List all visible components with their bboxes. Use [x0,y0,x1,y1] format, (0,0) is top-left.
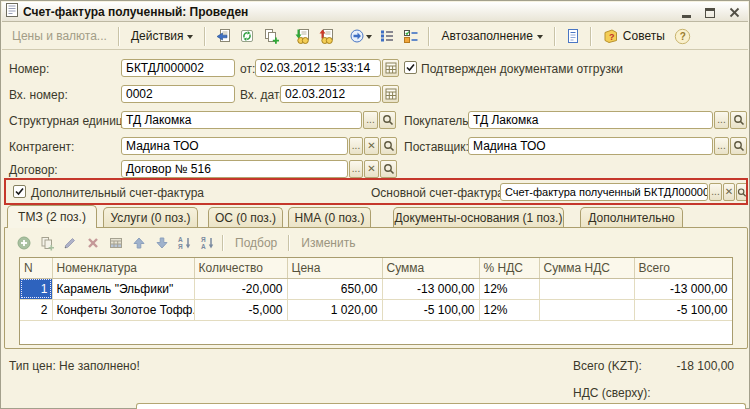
lookup-button[interactable] [380,137,397,155]
column-header-total[interactable]: Всего [634,258,732,278]
lookup-button[interactable] [379,111,396,129]
tips-button[interactable]: ? Советы [598,25,670,47]
tab-services[interactable]: Услуги (0 поз.) [103,207,198,228]
in-number-label: Вх. номер: [9,88,68,102]
cell-n[interactable]: 1 [20,278,52,299]
cell-price[interactable]: 1 020,00 [287,299,382,320]
add-row-button[interactable] [12,233,35,253]
maximize-button[interactable] [704,6,716,18]
document-structure-button[interactable] [376,25,398,47]
change-button[interactable]: Изменить [293,234,363,252]
cell-quantity[interactable]: -5,000 [194,299,287,320]
clear-button[interactable]: ✕ [364,137,379,155]
prices-currency-button[interactable]: Цены и валюта... [7,26,112,46]
unpost-document-button[interactable] [315,25,337,47]
table-row: 1 Карамель "Эльфики" -20,000 650,00 -13 … [20,278,732,299]
contractor-field[interactable]: Мадина ТОО [121,137,348,155]
column-header-quantity[interactable]: Количество [194,258,287,278]
lookup-button[interactable] [736,183,748,201]
structural-unit-field[interactable]: ТД Лакомка [121,111,362,129]
column-header-price[interactable]: Цена [287,258,382,278]
report-button[interactable] [562,25,584,47]
svg-text:?: ? [680,31,686,42]
actions-menu-button[interactable]: Действия [126,26,199,46]
structural-unit-label: Структурная единица: [9,114,133,128]
column-header-n[interactable]: N [20,258,52,278]
contract-field[interactable]: Договор № 516 [121,160,348,178]
column-header-vat-sum[interactable]: Сумма НДС [539,258,634,278]
additional-invoice-checkbox[interactable] [13,185,26,198]
date-field[interactable]: 02.03.2012 15:33:14 [255,59,381,77]
post-document-button[interactable] [291,25,313,47]
cell-vat-sum[interactable] [539,278,634,299]
document-movements-icon [403,28,419,44]
sort-ascending-button[interactable]: АЯ [173,233,196,253]
cell-nomenclature[interactable]: Карамель "Эльфики" [52,278,194,299]
checkmark-icon [14,186,25,197]
tab-nma[interactable]: НМА (0 поз.) [288,207,371,228]
document-structure-icon [379,28,395,44]
autofill-menu-button[interactable]: Автозаполнение [436,26,547,46]
tab-tmz[interactable]: ТМЗ (2 поз.) [7,205,97,228]
tab-base-documents[interactable]: Документы-основания (1 поз.) [393,207,564,228]
in-number-field[interactable]: 0002 [121,85,235,103]
cell-total[interactable]: -5 100,00 [634,299,732,320]
sort-descending-button[interactable]: ЯА [196,233,219,253]
choose-button[interactable]: ... [363,111,378,129]
lookup-button[interactable] [730,111,747,129]
cell-n[interactable]: 2 [20,299,52,320]
confirmed-checkbox[interactable] [404,61,417,74]
grid-settings-button[interactable] [104,233,127,253]
magnifier-icon [737,187,747,198]
sort-asc-icon: АЯ [177,235,193,251]
cell-vat-percent[interactable]: 12% [479,278,539,299]
move-up-button[interactable] [127,233,150,253]
lookup-button[interactable] [380,160,397,178]
tab-additional[interactable]: Дополнительно [580,207,683,228]
move-down-button[interactable] [150,233,173,253]
document-movements-button[interactable] [400,25,422,47]
copy-row-button[interactable] [35,233,58,253]
pick-button[interactable]: Подбор [227,234,285,252]
calendar-icon [385,62,397,74]
in-date-field[interactable]: 02.03.2012 [280,85,381,103]
choose-button[interactable]: ... [349,137,363,155]
cell-vat-percent[interactable]: 12% [479,299,539,320]
cell-total[interactable]: -13 000,00 [634,278,732,299]
refresh-button[interactable] [236,25,258,47]
supplier-field[interactable]: Мадина ТОО [468,137,713,155]
choose-button[interactable]: ... [349,160,363,178]
cell-price[interactable]: 650,00 [287,278,382,299]
minimize-button[interactable] [680,6,692,18]
choose-button[interactable]: ... [714,137,729,155]
help-button[interactable]: ? [672,25,694,47]
buyer-field[interactable]: ТД Лакомка [468,111,713,129]
calendar-button[interactable] [382,85,399,103]
choose-button[interactable]: ... [714,111,729,129]
save-document-button[interactable] [212,25,234,47]
cell-nomenclature[interactable]: Конфеты Золотое Тофф... [52,299,194,320]
clear-button[interactable]: ✕ [364,160,379,178]
cell-sum[interactable]: -5 100,00 [382,299,479,320]
cell-sum[interactable]: -13 000,00 [382,278,479,299]
clear-button[interactable]: ✕ [723,183,735,201]
delete-row-button[interactable] [81,233,104,253]
calendar-button[interactable] [382,59,399,77]
calendar-icon [385,88,397,100]
tab-os[interactable]: ОС (0 поз.) [208,207,283,228]
lookup-button[interactable] [730,137,747,155]
column-header-vat-percent[interactable]: % НДС [479,258,539,278]
choose-button[interactable]: ... [709,183,722,201]
copy-document-button[interactable] [260,25,282,47]
comment-field[interactable] [136,403,746,409]
number-field[interactable]: БКТДЛ000002 [121,59,235,77]
additional-invoice-checkbox-label: Дополнительный счет-фактура [31,186,204,200]
main-invoice-field[interactable]: Счет-фактура полученный БКТДЛ000001 [500,183,708,201]
column-header-nomenclature[interactable]: Номенклатура [52,258,194,278]
goto-menu-button[interactable] [346,25,374,47]
cell-quantity[interactable]: -20,000 [194,278,287,299]
cell-vat-sum[interactable] [539,299,634,320]
edit-row-button[interactable] [58,233,81,253]
close-button[interactable] [728,6,740,18]
column-header-sum[interactable]: Сумма [382,258,479,278]
